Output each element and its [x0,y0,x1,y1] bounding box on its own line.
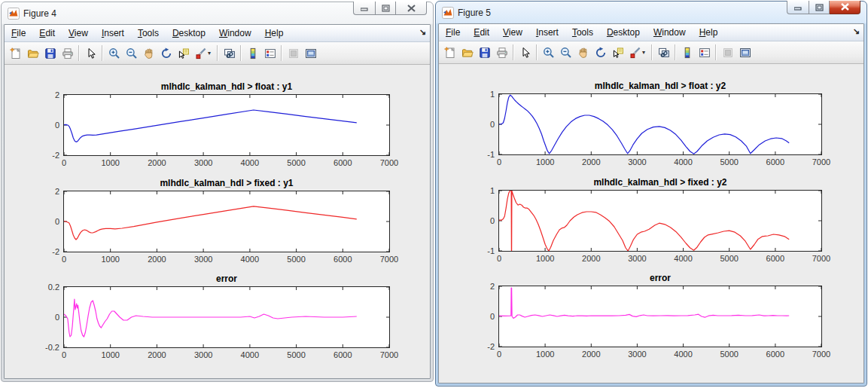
x-tick-label: 3000 [184,255,222,264]
x-tick-label: 5000 [278,255,315,264]
minimize-button[interactable] [353,2,375,15]
edit-plot-cursor-button[interactable] [516,44,534,61]
open-file-button[interactable] [458,44,476,61]
brush-data-button[interactable] [192,44,209,62]
plot-axes[interactable] [498,286,822,347]
brush-dropdown-caret[interactable]: ▾ [208,50,215,57]
menu-file[interactable]: File [439,26,467,39]
plot-title: error [498,272,822,286]
plot-axes[interactable] [498,93,822,155]
menu-view[interactable]: View [62,26,95,40]
pan-button[interactable] [574,44,592,61]
figure5-titlebar[interactable]: Figure 5 [438,2,864,23]
x-tick-label: 3000 [618,350,656,359]
zoom-out-button[interactable] [123,44,140,62]
menu-insert[interactable]: Insert [95,26,131,40]
plot-axes[interactable] [63,191,390,252]
x-tick-label: 0 [480,254,518,263]
x-tick-label: 4000 [665,254,702,263]
print-figure-button[interactable] [493,44,510,61]
x-tick-label: 3000 [618,254,656,263]
new-figure-button[interactable] [7,44,24,62]
rotate-3d-button[interactable] [592,44,609,61]
plot-line-canvas [64,287,389,347]
restore-button[interactable] [809,1,830,14]
plot-axes[interactable] [63,286,390,348]
y-tick-label: 0 [472,120,495,129]
show-plot-tools-dock-button[interactable] [302,44,319,62]
data-cursor-button[interactable] [609,44,626,61]
zoom-in-button[interactable] [105,44,123,62]
x-tick-label: 1000 [526,350,564,359]
toolbar-separator [651,44,653,60]
figure5-window[interactable]: Figure 5 FileEditViewInsertToolsDesktopW… [435,1,867,386]
edit-plot-cursor-button[interactable] [82,44,99,62]
menu-tools[interactable]: Tools [131,26,166,40]
figure4-titlebar[interactable]: Figure 4 [4,2,431,24]
minimize-button[interactable] [787,1,809,14]
brush-dropdown-caret[interactable]: ▾ [642,49,649,56]
x-tick-label: 2000 [138,255,175,264]
menu-tools[interactable]: Tools [565,26,600,39]
brush-data-button[interactable] [626,44,644,61]
menu-insert[interactable]: Insert [529,26,565,39]
x-tick-label: 7000 [803,157,840,167]
menu-edit[interactable]: Edit [467,26,496,39]
x-tick-label: 1000 [526,157,564,167]
x-tick-label: 5000 [278,350,315,359]
plot-line-canvas [499,286,821,347]
menu-desktop[interactable]: Desktop [600,26,647,39]
link-plot-button[interactable] [221,44,238,62]
x-tick-label: 4000 [231,158,269,167]
figure4-window[interactable]: Figure 4 FileEditViewInsertToolsDesktopW… [1,2,434,382]
x-tick-label: 6000 [324,158,361,167]
insert-colorbar-button[interactable] [678,44,696,61]
link-plot-button[interactable] [655,44,672,61]
plot-axes[interactable] [63,94,390,156]
y-tick-label: 0 [37,217,59,226]
plot-title: mlhdlc_kalman_hdl > float : y2 [498,80,822,93]
zoom-out-button[interactable] [557,44,574,61]
zoom-in-button[interactable] [540,44,557,61]
save-figure-button[interactable] [41,44,59,62]
show-plot-tools-dock-button[interactable] [736,44,754,61]
x-tick-label: 2000 [138,158,175,167]
y-tick-label: 2 [472,282,495,291]
plot-axes[interactable] [498,190,822,252]
x-tick-label: 2000 [572,254,610,263]
menu-view[interactable]: View [496,26,529,39]
close-button[interactable] [830,1,860,14]
data-cursor-button[interactable] [175,44,192,62]
menu-file[interactable]: File [5,26,32,40]
y-tick-label: 0 [37,121,59,130]
open-file-button[interactable] [24,44,41,62]
hide-plot-tools-button[interactable] [719,44,736,61]
hide-plot-tools-button[interactable] [285,44,302,62]
menu-window[interactable]: Window [212,26,258,40]
rotate-3d-button[interactable] [157,44,175,62]
plot-line-canvas [499,94,821,154]
figure4-canvas: mlhdlc_kalman_hdl > float : y1 20-201000… [5,65,430,378]
print-figure-button[interactable] [59,44,76,62]
menu-help[interactable]: Help [258,26,291,40]
x-tick-label: 4000 [231,350,269,359]
pan-button[interactable] [140,44,157,62]
menu-edit[interactable]: Edit [32,26,62,40]
menubar-overflow-icon[interactable]: ↘ [419,27,426,37]
new-figure-button[interactable] [441,44,458,61]
x-tick-label: 7000 [370,255,408,264]
toolbar-separator [78,45,80,61]
insert-colorbar-button[interactable] [244,44,261,62]
menu-desktop[interactable]: Desktop [166,26,212,40]
insert-legend-button[interactable] [261,44,279,62]
plot-title: mlhdlc_kalman_hdl > float : y1 [63,81,390,94]
menubar-overflow-icon[interactable]: ↘ [853,26,860,36]
insert-legend-button[interactable] [696,44,713,61]
save-figure-button[interactable] [476,44,493,61]
restore-button[interactable] [375,2,396,15]
menu-help[interactable]: Help [693,26,725,39]
x-tick-label: 1000 [92,255,129,264]
figure4-toolbar: ▾ [5,42,430,65]
close-button[interactable] [396,2,427,15]
menu-window[interactable]: Window [647,26,693,39]
